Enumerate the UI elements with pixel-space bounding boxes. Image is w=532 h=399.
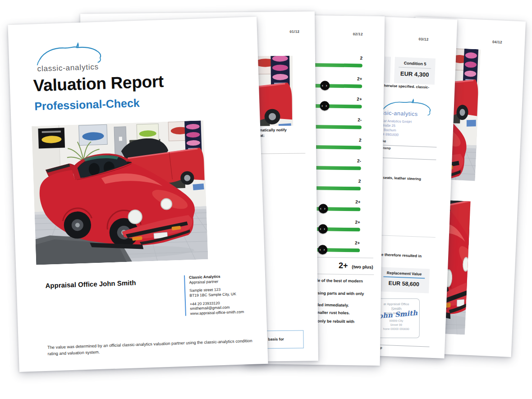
slider-handle-icon[interactable]: ‹ › xyxy=(320,81,330,90)
condition-value-box: Condition 5 EUR 4,300 xyxy=(394,57,436,84)
text-fragment: issing parts and with only xyxy=(314,291,364,296)
text-fragment: lue therefore resulted in xyxy=(378,252,422,258)
replacement-value-box: Replacement Value EUR 58,600 xyxy=(378,267,430,293)
replacement-value: EUR 58,600 xyxy=(379,280,429,288)
text-fragment: omatically notify xyxy=(257,128,287,133)
divider xyxy=(377,235,436,238)
page-number: 03/12 xyxy=(408,37,428,41)
slider-handle-icon[interactable]: ‹ › xyxy=(318,224,328,234)
divider xyxy=(399,67,431,69)
text-fragment: eded immediately. xyxy=(314,303,349,307)
condition-box-clipped xyxy=(384,56,391,83)
condition-label: Condition 5 xyxy=(394,60,435,66)
condition-value: EUR 4,300 xyxy=(394,70,435,78)
showroom-photo xyxy=(32,120,208,265)
report-cover-page: classic-analytics Valuation Report Profe… xyxy=(8,17,268,372)
page-number: 01/12 xyxy=(279,30,299,34)
report-subtitle: Professional-Check xyxy=(34,96,140,113)
report-title: Valuation Report xyxy=(33,72,164,96)
text-fragment: smaller rust holes. xyxy=(314,310,350,315)
accent-divider xyxy=(383,276,425,279)
text-fragment: herwise specified. classic- xyxy=(384,83,429,89)
logo-text: ssic-analytics xyxy=(381,110,418,117)
report-pages-composite: 04/12 03/12 Condition 5 EUR 4,300 herwis… xyxy=(0,0,532,399)
contact-block: Classic Analytics Appraisal partner Samp… xyxy=(184,273,269,316)
page-number: 02/12 xyxy=(343,32,363,37)
slider-handle-icon[interactable]: ‹ › xyxy=(320,101,329,110)
logo-text: classic-analytics xyxy=(37,63,99,74)
slider-handle-icon[interactable]: ‹ › xyxy=(318,245,327,254)
footer-disclaimer: The value was determined by an official … xyxy=(47,338,258,357)
text-fragment: s seats, leather steering xyxy=(380,175,421,181)
appraisal-office-name: Appraisal Office John Smith xyxy=(45,279,136,289)
overall-rating-label: (two plus) xyxy=(352,264,373,270)
signature-line xyxy=(380,157,436,160)
company-address-fragment: 34 8901600 xyxy=(381,132,399,138)
replacement-label: Replacement Value xyxy=(379,270,430,276)
overall-rating-value: 2+ xyxy=(339,261,348,270)
text-fragment: ple of the best of modern xyxy=(314,278,363,284)
text-fragment: n only be rebuilt with xyxy=(314,319,354,324)
slider-handle-icon[interactable]: ‹ › xyxy=(318,204,328,213)
page-number: 04/12 xyxy=(482,40,502,45)
